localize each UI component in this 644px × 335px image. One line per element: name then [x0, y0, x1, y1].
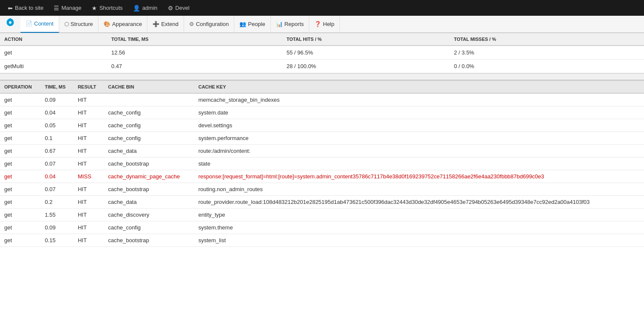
- detail-bin: cache_dynamic_page_cache: [104, 170, 194, 183]
- detail-time: 0.15: [40, 234, 74, 247]
- detail-result: HIT: [74, 157, 104, 170]
- nav-item-content[interactable]: 📄Content: [20, 16, 59, 33]
- admin-bar-item-shortcuts[interactable]: ★Shortcuts: [87, 0, 127, 16]
- detail-operation: get: [0, 183, 40, 196]
- manage-icon: ☰: [54, 5, 59, 11]
- back-site-icon: ⬅: [8, 5, 13, 11]
- devel-label: Devel: [175, 5, 190, 11]
- detail-key: system.theme: [194, 221, 644, 234]
- main-content: ACTION TOTAL TIME, MS TOTAL HITS / % TOT…: [0, 33, 644, 247]
- detail-key: route:/admin/content:: [194, 145, 644, 157]
- detail-table: OPERATION TIME, MS RESULT CACHE BIN CACH…: [0, 80, 644, 247]
- admin-bar-item-admin[interactable]: 👤admin: [129, 0, 161, 16]
- people-nav-label: People: [248, 21, 265, 27]
- detail-col-bin: CACHE BIN: [104, 80, 194, 93]
- detail-operation: get: [0, 221, 40, 234]
- detail-operation: get: [0, 145, 40, 157]
- detail-bin: cache_config: [104, 132, 194, 145]
- detail-operation: get: [0, 234, 40, 247]
- detail-operation: get: [0, 119, 40, 132]
- detail-bin: cache_bootstrap: [104, 183, 194, 196]
- nav-item-people[interactable]: 👥People: [234, 16, 270, 33]
- table-row: get 0.05 HIT cache_config devel.settings: [0, 119, 644, 132]
- detail-result: HIT: [74, 196, 104, 209]
- table-row: get 0.09 HIT memcache_storage_bin_indexe…: [0, 93, 644, 106]
- admin-label: admin: [142, 5, 157, 11]
- detail-key: state: [194, 157, 644, 170]
- back-site-label: Back to site: [15, 5, 43, 11]
- detail-time: 0.09: [40, 221, 74, 234]
- admin-bar-item-back-site[interactable]: ⬅Back to site: [3, 0, 48, 16]
- detail-key: system.performance: [194, 132, 644, 145]
- reports-nav-icon: 📊: [276, 21, 283, 27]
- detail-col-key: CACHE KEY: [194, 80, 644, 93]
- detail-col-time: TIME, MS: [40, 80, 74, 93]
- detail-table-header: OPERATION TIME, MS RESULT CACHE BIN CACH…: [0, 80, 644, 93]
- content-nav-label: Content: [34, 20, 54, 27]
- nav-item-reports[interactable]: 📊Reports: [271, 16, 310, 33]
- summary-col-time: TOTAL TIME, MS: [107, 33, 282, 46]
- detail-bin: cache_data: [104, 196, 194, 209]
- admin-icon: 👤: [133, 5, 140, 11]
- table-row: get 0.04 HIT cache_config system.date: [0, 106, 644, 119]
- detail-col-operation: OPERATION: [0, 80, 40, 93]
- detail-result: HIT: [74, 106, 104, 119]
- nav-item-help[interactable]: ❓Help: [309, 16, 340, 33]
- detail-time: 0.1: [40, 132, 74, 145]
- detail-bin: cache_bootstrap: [104, 157, 194, 170]
- summary-total-time: 12.56: [107, 46, 282, 60]
- table-row: get 1.55 HIT cache_discovery entity_type: [0, 209, 644, 221]
- detail-time: 1.55: [40, 209, 74, 221]
- drupal-logo: [2, 16, 19, 33]
- detail-result: HIT: [74, 93, 104, 106]
- detail-time: 0.05: [40, 119, 74, 132]
- nav-item-structure[interactable]: ⬡Structure: [59, 16, 99, 33]
- detail-result: HIT: [74, 145, 104, 157]
- table-row: get 0.1 HIT cache_config system.performa…: [0, 132, 644, 145]
- summary-table-header: ACTION TOTAL TIME, MS TOTAL HITS / % TOT…: [0, 33, 644, 46]
- people-nav-icon: 👥: [239, 21, 246, 27]
- secondary-nav: 📄Content⬡Structure🎨Appearance➕Extend⚙Con…: [0, 16, 644, 33]
- extend-nav-icon: ➕: [152, 21, 159, 27]
- detail-time: 0.04: [40, 170, 74, 183]
- detail-bin: cache_config: [104, 119, 194, 132]
- detail-time: 0.2: [40, 196, 74, 209]
- detail-operation: get: [0, 209, 40, 221]
- nav-item-configuration[interactable]: ⚙Configuration: [184, 16, 234, 33]
- summary-total-hits: 55 / 96.5%: [282, 46, 450, 60]
- detail-key: devel.settings: [194, 119, 644, 132]
- shortcuts-icon: ★: [92, 5, 97, 11]
- nav-item-extend[interactable]: ➕Extend: [147, 16, 184, 33]
- detail-operation: get: [0, 157, 40, 170]
- detail-operation: get: [0, 106, 40, 119]
- detail-key: route_provider.route_load:108d483212b201…: [194, 196, 644, 209]
- nav-item-appearance[interactable]: 🎨Appearance: [98, 16, 147, 33]
- summary-table: ACTION TOTAL TIME, MS TOTAL HITS / % TOT…: [0, 33, 644, 73]
- summary-total-time: 0.47: [107, 60, 282, 73]
- admin-bar: ⬅Back to site☰Manage★Shortcuts👤admin⚙Dev…: [0, 0, 644, 16]
- structure-nav-icon: ⬡: [64, 21, 69, 27]
- detail-key: entity_type: [194, 209, 644, 221]
- summary-action: get: [0, 46, 107, 60]
- detail-result: HIT: [74, 221, 104, 234]
- reports-nav-label: Reports: [285, 21, 304, 27]
- detail-key: system.date: [194, 106, 644, 119]
- table-row: get 0.09 HIT cache_config system.theme: [0, 221, 644, 234]
- detail-bin: cache_discovery: [104, 209, 194, 221]
- structure-nav-label: Structure: [71, 21, 93, 27]
- admin-bar-item-manage[interactable]: ☰Manage: [49, 0, 86, 16]
- admin-bar-item-devel[interactable]: ⚙Devel: [164, 0, 194, 16]
- summary-col-action: ACTION: [0, 33, 107, 46]
- help-nav-icon: ❓: [314, 21, 321, 27]
- shortcuts-label: Shortcuts: [99, 5, 123, 11]
- detail-result: HIT: [74, 132, 104, 145]
- table-row: get 0.04 MISS cache_dynamic_page_cache r…: [0, 170, 644, 183]
- table-row: get 0.15 HIT cache_bootstrap system_list: [0, 234, 644, 247]
- detail-key: routing.non_admin_routes: [194, 183, 644, 196]
- summary-col-misses: TOTAL MISSES / %: [450, 33, 644, 46]
- appearance-nav-icon: 🎨: [104, 21, 110, 27]
- summary-col-hits: TOTAL HITS / %: [282, 33, 450, 46]
- detail-bin: cache_config: [104, 221, 194, 234]
- detail-result: HIT: [74, 183, 104, 196]
- table-row: get 0.67 HIT cache_data route:/admin/con…: [0, 145, 644, 157]
